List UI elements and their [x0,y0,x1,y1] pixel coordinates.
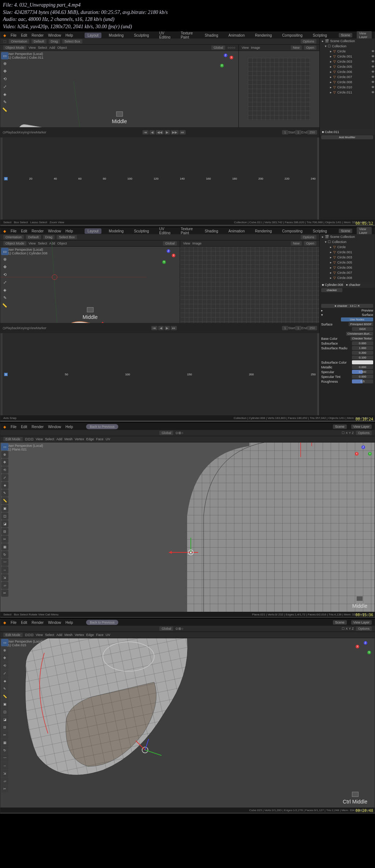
scene-selector[interactable]: Scene [333,620,347,625]
menu-vertex[interactable]: Vertex [75,633,84,637]
editor-type-icon[interactable]: ⬚ [3,40,7,43]
menu-help[interactable]: Help [66,425,73,429]
tool-move[interactable]: ✥ [1,67,8,75]
ss-radius-b[interactable]: 0.100 [352,356,373,360]
tool-cursor[interactable]: ⊕ [1,60,8,67]
menu-add[interactable]: Add [49,242,55,245]
menu-view[interactable]: View [29,130,36,134]
tab-compositing[interactable]: Compositing [279,228,305,234]
transport-controls[interactable]: ⏮◀◀◀▶▶▶⏭ [142,130,186,135]
menu-view[interactable]: View [242,46,249,49]
mode-selector[interactable]: Edit Mode [3,633,23,637]
outliner-object[interactable]: ▸▽Circle👁 [320,49,375,54]
outliner-object[interactable]: ▸▽Circle.007 [320,270,375,275]
open-button[interactable]: Open [304,45,316,50]
ss-radius-r[interactable]: 1.000 [352,346,373,350]
menu-render[interactable]: Render [31,425,44,429]
menu-mesh[interactable]: Mesh [64,437,73,441]
outliner-object[interactable]: ▸▽Circle.008 [320,275,375,280]
tab-shading[interactable]: Shading [202,228,221,234]
menu-vertex[interactable]: Vertex [75,437,84,441]
overlay-icon[interactable]: ⊙⊞○ [175,627,183,630]
viewlayer-selector[interactable]: View Layer [351,620,372,625]
timeline-ruler[interactable]: 0 50100 150200 250 [3,333,317,416]
selectbox-dropdown[interactable]: Select Box [57,235,77,239]
outliner-object[interactable]: ▸▽Circle.005👁 [320,64,375,69]
tab-rendering[interactable]: Rendering [252,228,275,234]
drag-dropdown[interactable]: Drag [49,39,60,44]
start-frame[interactable]: 1 [295,130,301,135]
tab-layout[interactable]: Layout [85,33,101,38]
ss-color-field[interactable] [352,360,373,364]
axis-gizmo[interactable]: X Y Z [160,249,177,266]
roughness-field[interactable]: 0.5 [352,379,373,383]
tab-compositing[interactable]: Compositing [279,33,305,38]
material-name[interactable]: ● chacker 13 ☐ ✕ [321,304,373,308]
tool-scale[interactable]: ⤢ [1,279,8,286]
viewlayer-selector[interactable]: View Layer [351,424,372,429]
tool-rotate[interactable]: ⟲ [1,271,8,278]
orientation-dropdown[interactable]: Orientation [3,235,24,239]
scene-selector[interactable]: Scene [339,229,353,233]
outliner-collection[interactable]: ▾ ☐ Collection [320,239,375,244]
menu-select[interactable]: Select [45,633,54,637]
outliner-object[interactable]: ▸▽Circle.010👁 [320,85,375,90]
menu-keying[interactable]: Keying [19,130,29,134]
specular-field[interactable]: 0.500 [352,370,373,374]
scene-selector[interactable]: Scene [339,33,353,37]
global-dropdown[interactable]: Global [159,626,173,631]
mode-selector[interactable]: Edit Mode [3,437,23,441]
spectint-field[interactable]: 0.000 [352,375,373,379]
menu-face[interactable]: Face [96,633,103,637]
menu-image[interactable]: Image [192,242,201,245]
options-dropdown[interactable]: Options [356,431,372,435]
timeline-icon[interactable]: ◷ [3,130,5,134]
axis-gizmo[interactable]: X Y Z [355,445,372,462]
back-button[interactable]: Back to Previous [86,620,118,625]
current-frame[interactable]: 1 [282,326,288,330]
menu-file[interactable]: File [11,425,16,429]
vert-select-icon[interactable]: ⊡⊡⊡ [25,437,34,441]
distribution-dropdown[interactable]: GGX [352,327,373,331]
global-dropdown[interactable]: Global [159,431,173,435]
back-button[interactable]: Back to Previous [86,424,118,429]
tool-transform[interactable]: ◈ [1,286,8,294]
tool-move[interactable]: ✥ [1,263,8,271]
outliner-object[interactable]: ▸▽Circle.008👁 [320,80,375,85]
surface-panel[interactable]: ▾ Surface [320,313,375,317]
menu-view[interactable]: View [36,633,43,637]
menu-render[interactable]: Render [31,229,44,233]
tab-shading[interactable]: Shading [202,33,221,38]
menu-select[interactable]: Select [45,437,54,441]
xyz-icon[interactable]: ☐ X Y Z [342,627,354,630]
tab-scripting[interactable]: Scripting [310,228,330,234]
tool-transform[interactable]: ◈ [1,91,8,98]
menu-uv[interactable]: UV [106,437,111,441]
default-dropdown[interactable]: Default [26,235,41,239]
new-button[interactable]: New [291,45,302,50]
orientation-dropdown[interactable]: Orientation [9,39,29,44]
menu-marker[interactable]: Marker [36,130,46,134]
tab-modeling[interactable]: Modeling [106,33,127,38]
menu-mesh[interactable]: Mesh [64,633,73,637]
mode-selector[interactable]: Object Mode [3,241,26,246]
menu-add[interactable]: Add [56,437,62,441]
timeline-ruler[interactable]: 0 2040 6080 100120 140160 180200 220240 [3,137,317,220]
transport-controls[interactable]: ⏮◀▶⏭ [151,326,177,330]
drag-dropdown[interactable]: Drag [43,235,55,239]
menu-image[interactable]: Image [251,46,260,49]
menu-uv[interactable]: UV [106,633,111,637]
tool-rotate[interactable]: ⟲ [1,75,8,82]
outliner-object[interactable]: ▸▽Circle.006 [320,265,375,270]
menu-render[interactable]: Render [31,621,44,625]
outliner-object[interactable]: ▸▽Circle [320,244,375,250]
menu-add[interactable]: Add [56,633,62,637]
metallic-field[interactable]: 0.000 [352,365,373,369]
outliner-object[interactable]: ▸▽Circle.005 [320,260,375,265]
end-frame[interactable]: 250 [307,130,317,135]
outliner-object[interactable]: ▸▽Circle.001👁 [320,54,375,59]
menu-add[interactable]: Add [49,46,55,49]
menu-help[interactable]: Help [66,33,73,37]
xyz-icon[interactable]: ☐ X Y Z [342,431,354,435]
tab-animation[interactable]: Animation [226,228,248,234]
